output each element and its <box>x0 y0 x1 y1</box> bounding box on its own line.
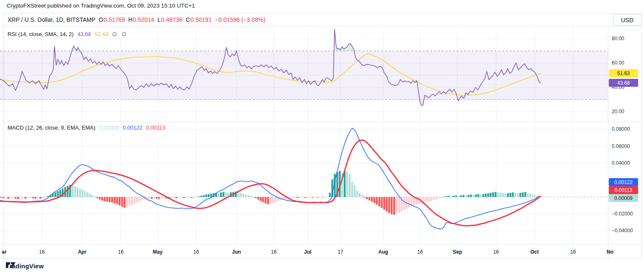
macd-signal-value: 0.00113 <box>146 125 166 131</box>
currency-toggle-button[interactable]: USD <box>613 14 641 26</box>
time-label: ar <box>2 249 6 255</box>
time-label: 16 <box>493 249 499 255</box>
time-label: 16 <box>39 249 44 255</box>
time-label: Jul <box>304 249 311 255</box>
price-label: 20.00 <box>612 109 624 114</box>
indicator-value-badge: 0.00113 <box>609 186 638 194</box>
rsi-value: 43.68 <box>78 31 91 37</box>
time-label: 16 <box>118 249 123 255</box>
indicator-value-badge: 51.63 <box>609 69 638 77</box>
tradingview-logo-icon <box>6 262 16 270</box>
macd-hist-value: 0.00009 <box>99 125 119 131</box>
price-label: −0.02000 <box>612 211 633 217</box>
ohlc-H: H0.52014 <box>128 16 154 23</box>
tradingview-snapshot: { "attribution": "CryptoFXStreet publish… <box>0 0 644 275</box>
time-label: May <box>153 249 162 255</box>
time-label: 16 <box>417 249 423 255</box>
time-label: No <box>607 249 613 255</box>
ohlc-O: O0.51769 <box>99 16 125 23</box>
rsi-legend-title: RSI (14, close, SMA, 14, 2) <box>8 31 74 37</box>
indicator-value-badge: 0.00009 <box>609 194 638 202</box>
macd-plot <box>0 122 608 244</box>
price-label: 0.06000 <box>612 144 630 149</box>
tradingview-branding[interactable]: TradingView <box>6 262 44 270</box>
change-value: −0.01596 (−3.08%) <box>215 16 265 23</box>
time-label: Aug <box>378 249 388 255</box>
price-label: 60.00 <box>612 60 624 66</box>
time-label: Sep <box>453 249 462 255</box>
price-label: 0.08000 <box>612 127 630 132</box>
price-label: 0.04000 <box>612 161 630 166</box>
rsi-empty-values: ∅ ∅ <box>112 31 128 37</box>
time-label: 17 <box>338 249 343 255</box>
ohlc-C: C0.50191 <box>186 16 212 23</box>
ohlc-L: L0.48736 <box>158 16 182 23</box>
time-label: 16 <box>193 249 199 255</box>
rsi-sma-value: 51.63 <box>95 31 109 37</box>
time-label: Jun <box>232 249 241 255</box>
indicator-value-badge: 43.68 <box>609 79 638 87</box>
frame-bottom <box>3 258 641 259</box>
price-label: −0.04000 <box>612 228 633 233</box>
attribution-text: CryptoFXStreet published on TradingView.… <box>7 3 195 9</box>
price-label: 80.00 <box>612 36 624 42</box>
macd-legend-title: MACD (12, 26, close, 9, EMA, EMA) <box>8 125 96 131</box>
time-label: Apr <box>78 249 87 255</box>
indicator-value-badge: 0.00122 <box>609 178 638 186</box>
macd-legend[interactable]: MACD (12, 26, close, 9, EMA, EMA) 0.0000… <box>8 125 166 131</box>
rsi-plot <box>0 26 608 122</box>
time-axis[interactable] <box>0 244 644 258</box>
time-label: 16 <box>271 249 276 255</box>
rsi-legend[interactable]: RSI (14, close, SMA, 14, 2) 43.68 51.63 … <box>8 31 128 37</box>
ohlc-values: O0.51769H0.52014L0.48736C0.50191 <box>99 16 212 23</box>
macd-line-value: 0.00122 <box>123 125 143 131</box>
symbol-header: XRP / U.S. Dollar, 1D, BITSTAMP O0.51769… <box>8 13 265 26</box>
symbol-title[interactable]: XRP / U.S. Dollar, 1D, BITSTAMP <box>8 16 96 23</box>
time-label: 16 <box>570 249 576 255</box>
time-label: Oct <box>530 249 539 255</box>
